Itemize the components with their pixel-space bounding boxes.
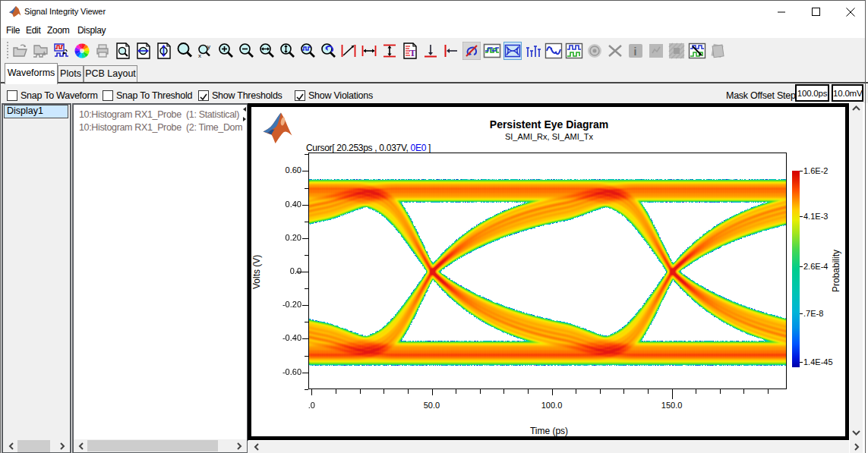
svg-text:T: T [409,47,416,58]
svg-text:i: i [634,46,637,58]
svg-text:x: x [198,52,201,59]
svg-text:y: y [207,43,210,50]
